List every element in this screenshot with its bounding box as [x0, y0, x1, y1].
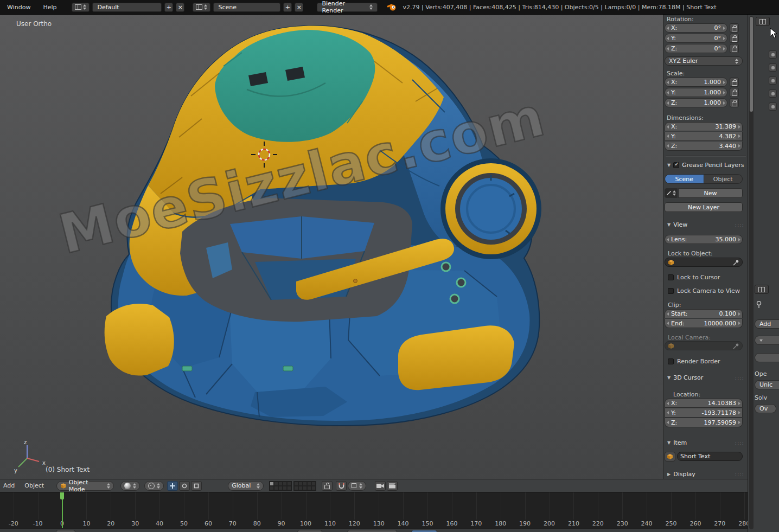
increment-arrow[interactable] [738, 421, 740, 424]
layer-cell[interactable] [294, 486, 298, 490]
increment-arrow[interactable] [738, 144, 740, 148]
eyedropper-icon[interactable] [733, 343, 739, 349]
cursor-x-field[interactable]: X: 14.10383 [665, 399, 743, 408]
editor-type-selector[interactable] [72, 3, 90, 12]
close-scene-button[interactable]: × [295, 3, 303, 12]
props-button[interactable]: Unic [755, 380, 779, 389]
layer-cell[interactable] [270, 486, 274, 490]
layer-cell[interactable] [283, 482, 287, 486]
decrement-arrow[interactable] [667, 101, 669, 105]
props-dropdown[interactable] [755, 336, 779, 345]
increment-arrow[interactable] [723, 27, 725, 30]
rotation-x-lock[interactable] [730, 23, 739, 33]
render-border-row[interactable]: Render Border [668, 358, 720, 365]
decrement-arrow[interactable] [667, 144, 669, 148]
mode-dropdown[interactable]: Object Mode [56, 481, 114, 491]
manipulator-rotate-button[interactable] [179, 481, 190, 491]
layer-cell[interactable] [303, 482, 307, 486]
rotation-x-field[interactable]: X: 0° [665, 23, 727, 33]
properties-tab-icon[interactable] [769, 63, 777, 72]
layer-cell[interactable] [274, 486, 278, 490]
eyedropper-icon[interactable] [733, 259, 739, 266]
increment-arrow[interactable] [738, 322, 740, 325]
increment-arrow[interactable] [723, 91, 725, 94]
layer-cell[interactable] [298, 482, 303, 486]
props-field[interactable] [755, 353, 779, 362]
properties-tab-icon[interactable] [769, 76, 777, 85]
decrement-arrow[interactable] [667, 134, 669, 138]
dimensions-z-field[interactable]: Z: 3.440 [665, 142, 743, 151]
scene-browse-selector[interactable] [193, 3, 210, 12]
manipulator-scale-button[interactable] [191, 481, 202, 491]
scrollbar-thumb[interactable] [750, 17, 753, 112]
grease-new-button[interactable]: New [678, 188, 743, 198]
layer-cell[interactable] [278, 482, 283, 486]
scale-x-field[interactable]: X: 1.000 [665, 78, 727, 87]
add-layout-button[interactable]: + [164, 3, 173, 12]
view-panel-header[interactable]: View [663, 220, 748, 229]
panel-drag-dots[interactable] [735, 440, 744, 446]
scale-x-lock[interactable] [730, 78, 739, 87]
decrement-arrow[interactable] [667, 81, 669, 84]
snap-toggle-button[interactable] [336, 481, 347, 491]
scale-z-lock[interactable] [730, 98, 739, 107]
new-layer-button[interactable]: New Layer [665, 202, 743, 212]
panel-drag-dots[interactable] [735, 375, 744, 381]
snap-element-dropdown[interactable] [348, 481, 366, 491]
render-border-checkbox[interactable] [668, 358, 674, 364]
manipulator-translate-button[interactable] [167, 481, 178, 491]
rotation-y-lock[interactable] [730, 34, 739, 43]
layer-cell[interactable] [278, 486, 283, 490]
opengl-render-anim-button[interactable] [387, 481, 398, 491]
clipped-widget[interactable] [297, 530, 322, 532]
decrement-arrow[interactable] [667, 47, 669, 50]
layer-cell[interactable] [294, 482, 298, 486]
layer-cell[interactable] [270, 482, 274, 486]
layer-lock-button[interactable] [322, 481, 333, 491]
decrement-arrow[interactable] [667, 421, 669, 424]
timeline[interactable]: -20-100102030405060708090100110120130140… [0, 492, 748, 528]
clip-start-field[interactable]: Start: 0.100 [665, 309, 743, 318]
orientation-dropdown[interactable]: Global [228, 481, 264, 491]
add-modifier-button[interactable]: Add [755, 319, 779, 329]
scrollbar[interactable] [749, 16, 754, 529]
scale-y-field[interactable]: Y: 1.000 [665, 88, 727, 97]
lock-to-object-picker[interactable] [665, 258, 743, 267]
layer-cell[interactable] [283, 486, 287, 490]
dimensions-y-field[interactable]: Y: 4.382 [665, 132, 743, 141]
viewport-3d[interactable]: MoeSizzlac.com z y x User Ortho (0) Shor… [0, 15, 748, 479]
grease-brush-selector[interactable] [665, 188, 678, 198]
add-scene-button[interactable]: + [283, 3, 292, 12]
viewport-shading-dropdown[interactable] [120, 481, 140, 491]
lock-camera-checkbox[interactable] [668, 288, 674, 294]
opengl-render-button[interactable] [375, 481, 386, 491]
increment-arrow[interactable] [738, 238, 740, 241]
clip-end-field[interactable]: End: 10000.000 [665, 319, 743, 328]
layer-cell[interactable] [311, 486, 316, 490]
editor-type-selector[interactable] [755, 285, 769, 294]
layer-cell[interactable] [303, 486, 307, 490]
item-panel-header[interactable]: Item [663, 438, 748, 447]
rotation-y-field[interactable]: Y: 0° [665, 34, 727, 43]
grease-pencil-panel-header[interactable]: Grease Pencil Layers [663, 160, 748, 170]
current-frame-marker[interactable] [60, 492, 64, 499]
properties-tab-icon[interactable] [769, 102, 777, 111]
decrement-arrow[interactable] [667, 402, 669, 405]
properties-tab-icon[interactable] [769, 50, 777, 59]
scale-z-field[interactable]: Z: 1.000 [665, 98, 727, 107]
decrement-arrow[interactable] [667, 411, 669, 414]
grease-pencil-checkbox[interactable] [673, 162, 679, 168]
increment-arrow[interactable] [738, 125, 740, 129]
layer-cell[interactable] [307, 486, 311, 490]
local-camera-picker[interactable] [665, 341, 743, 350]
increment-arrow[interactable] [723, 81, 725, 84]
panel-drag-dots[interactable] [735, 471, 744, 477]
panel-drag-dots[interactable] [735, 222, 744, 228]
layer-cell[interactable] [307, 482, 311, 486]
layer-cell[interactable] [298, 486, 303, 490]
item-name-field[interactable]: Short Text [677, 452, 743, 461]
increment-arrow[interactable] [738, 312, 740, 316]
decrement-arrow[interactable] [667, 125, 669, 129]
decrement-arrow[interactable] [667, 238, 669, 241]
cursor3d-panel-header[interactable]: 3D Cursor [663, 373, 748, 382]
